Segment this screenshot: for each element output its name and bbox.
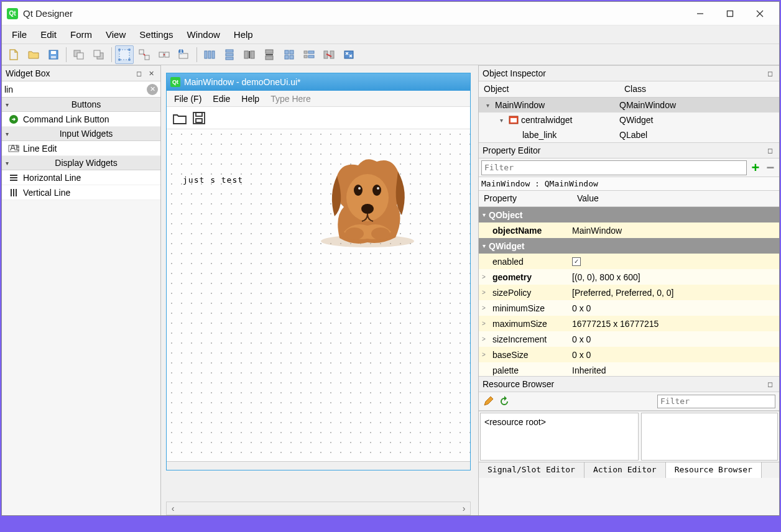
menubar: FileEditFormViewSettingsWindowHelp — [2, 25, 779, 44]
bottom-tab[interactable]: Resource Browser — [666, 462, 762, 478]
chevron-icon: > — [479, 273, 489, 280]
widget-category[interactable]: ▾Display Widgets — [2, 156, 160, 170]
reload-resource-button[interactable] — [499, 396, 510, 407]
edit-buddies-button[interactable] — [155, 45, 173, 64]
canvas-label-text[interactable]: just s test — [183, 175, 243, 185]
property-col-value[interactable]: Value — [572, 191, 604, 206]
layout-form-button[interactable] — [300, 45, 318, 64]
inspector-row[interactable]: ▾centralwidgetQWidget — [479, 112, 779, 127]
close-button[interactable] — [746, 4, 774, 24]
menu-view[interactable]: View — [99, 27, 132, 42]
property-value: 16777215 x 16777215 — [572, 319, 659, 329]
form-save-icon[interactable] — [192, 111, 206, 126]
menu-window[interactable]: Window — [180, 27, 226, 42]
property-row[interactable]: >baseSize0 x 0 — [479, 347, 779, 362]
checkbox-icon[interactable]: ✓ — [572, 257, 581, 266]
layout-grid-button[interactable] — [280, 45, 298, 64]
object-inspector-title: Object Inspector — [483, 68, 546, 78]
minimize-button[interactable] — [686, 4, 714, 24]
property-float-button[interactable]: ◻ — [764, 145, 775, 156]
property-col-name[interactable]: Property — [479, 191, 572, 206]
svg-point-64 — [372, 185, 381, 196]
widget-box-float-button[interactable]: ◻ — [133, 68, 144, 79]
form-open-icon[interactable] — [172, 111, 188, 126]
widget-item[interactable]: Horizontal Line — [2, 170, 160, 185]
widget-item-label: Vertical Line — [23, 188, 70, 198]
menu-settings[interactable]: Settings — [133, 27, 179, 42]
add-property-button[interactable]: + — [749, 162, 762, 174]
menu-help[interactable]: Help — [228, 27, 259, 42]
property-group[interactable]: ▾QWidget — [479, 238, 779, 254]
edit-widgets-button[interactable] — [115, 45, 134, 64]
property-row[interactable]: >sizePolicy[Preferred, Preferred, 0, 0] — [479, 285, 779, 300]
svg-rect-29 — [226, 53, 233, 56]
widget-category[interactable]: ▾Input Widgets — [2, 127, 160, 141]
resource-float-button[interactable]: ◻ — [764, 378, 775, 390]
form-canvas[interactable]: just s test — [167, 129, 470, 461]
menu-file[interactable]: File — [6, 27, 33, 42]
widget-item[interactable]: ABILine Edit — [2, 141, 160, 156]
edit-resource-button[interactable] — [483, 396, 494, 407]
inspector-col-object[interactable]: Object — [479, 81, 619, 97]
property-row[interactable]: >minimumSize0 x 0 — [479, 300, 779, 316]
svg-rect-30 — [226, 57, 233, 60]
bring-front-button[interactable] — [90, 45, 108, 64]
chevron-down-icon: ▾ — [2, 131, 12, 137]
edit-tab-order-button[interactable]: 1 — [175, 45, 193, 64]
send-back-button[interactable] — [70, 45, 88, 64]
layout-hsplitter-button[interactable] — [240, 45, 259, 64]
widget-item-label: Line Edit — [23, 144, 57, 154]
form-menu-type-here[interactable]: Type Here — [266, 92, 316, 106]
maximize-button[interactable] — [716, 4, 744, 24]
layout-vertical-button[interactable] — [220, 45, 239, 64]
widget-box-close-button[interactable]: ✕ — [146, 68, 157, 79]
adjust-size-button[interactable] — [340, 45, 358, 64]
bottom-tab[interactable]: Signal/Slot Editor — [479, 462, 585, 478]
hscroll-right[interactable]: › — [458, 502, 470, 515]
resource-browser-title: Resource Browser — [483, 379, 554, 389]
property-row[interactable]: >sizeIncrement0 x 0 — [479, 331, 779, 347]
property-name: geometry — [489, 272, 570, 282]
break-layout-button[interactable] — [320, 45, 338, 64]
clear-filter-button[interactable]: ✕ — [147, 84, 158, 95]
menu-edit[interactable]: Edit — [34, 27, 63, 42]
resource-filter-input[interactable] — [657, 395, 775, 408]
hscroll-track[interactable] — [179, 502, 458, 515]
inspector-row[interactable]: labe_linkQLabel — [479, 127, 779, 142]
remove-property-button[interactable]: − — [764, 162, 777, 174]
widget-item[interactable]: Command Link Button — [2, 112, 160, 127]
property-name: sizeIncrement — [489, 334, 570, 344]
property-row[interactable]: >geometry[(0, 0), 800 x 600] — [479, 269, 779, 285]
hscroll-left[interactable]: ‹ — [167, 502, 179, 515]
menu-form[interactable]: Form — [64, 27, 98, 42]
widget-category[interactable]: ▾Buttons — [2, 98, 160, 112]
canvas-image[interactable] — [310, 148, 425, 247]
form-menu-item[interactable]: File (F) — [169, 92, 206, 106]
bottom-tab[interactable]: Action Editor — [585, 462, 666, 478]
property-row[interactable]: paletteInherited — [479, 362, 779, 376]
inspector-col-class[interactable]: Class — [619, 81, 651, 97]
widget-box-filter-input[interactable] — [4, 85, 147, 94]
save-file-button[interactable] — [44, 45, 63, 64]
property-group[interactable]: ▾QObject — [479, 207, 779, 222]
property-row[interactable]: >maximumSize16777215 x 16777215 — [479, 316, 779, 331]
form-menu-item[interactable]: Edie — [208, 92, 235, 106]
new-file-button[interactable] — [4, 45, 23, 64]
edit-signals-button[interactable] — [135, 45, 154, 64]
property-row[interactable]: objectNameMainWindow — [479, 222, 779, 238]
resource-tree[interactable]: <resource root> — [480, 413, 639, 461]
resource-preview — [641, 413, 778, 461]
open-file-button[interactable] — [24, 45, 43, 64]
inspector-row[interactable]: ▾MainWindowQMainWindow — [479, 98, 779, 112]
layout-vsplitter-button[interactable] — [260, 45, 279, 64]
property-filter-input[interactable] — [481, 160, 747, 175]
form-menu-item[interactable]: Help — [236, 92, 264, 106]
layout-horizontal-button[interactable] — [200, 45, 219, 64]
form-menubar[interactable]: File (F)EdieHelpType Here — [167, 91, 470, 107]
svg-rect-31 — [244, 51, 248, 58]
widget-item[interactable]: Vertical Line — [2, 185, 160, 200]
property-row[interactable]: enabled✓ — [479, 254, 779, 269]
svg-rect-1 — [728, 11, 733, 16]
svg-rect-37 — [285, 50, 289, 54]
inspector-float-button[interactable]: ◻ — [764, 68, 775, 79]
